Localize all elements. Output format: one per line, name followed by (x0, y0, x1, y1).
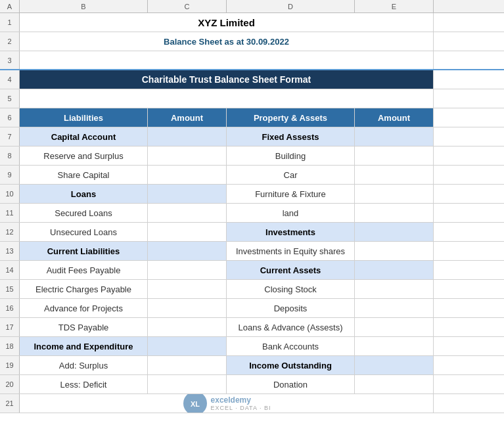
row-8: 8 Reserve and Surplus Building (0, 146, 504, 166)
row-num-11: 11 (0, 204, 20, 222)
row-9: 9 Share Capital Car (0, 166, 504, 185)
row-17: 17 TDS Payable Loans & Advance (Assests) (0, 318, 504, 337)
amount-r14-l (148, 261, 227, 279)
row-10: 10 Loans Furniture & Fixture (0, 185, 504, 204)
col-header-b: B (20, 0, 148, 12)
row-num-10: 10 (0, 185, 20, 203)
logo-name: exceldemy (211, 395, 271, 405)
row-num-19: 19 (0, 356, 20, 374)
reserve-surplus: Reserve and Surplus (20, 146, 148, 165)
furniture-fixture: Furniture & Fixture (227, 185, 355, 203)
row-num-17: 17 (0, 318, 20, 336)
row-11: 11 Secured Loans land (0, 204, 504, 223)
amount-r13-l (148, 242, 227, 260)
col-header-c: C (148, 0, 227, 12)
row-num-13: 13 (0, 242, 20, 260)
row-num-20: 20 (0, 375, 20, 393)
amount-r10-l (148, 185, 227, 203)
row-num-3: 3 (0, 51, 20, 69)
row-4: 4 Charitable Trust Balance Sheet Format (0, 70, 504, 89)
deposits: Deposits (227, 299, 355, 317)
current-liabilities: Current Liabilities (20, 242, 148, 260)
amount-r19-r (355, 356, 434, 374)
row-20: 20 Less: Deficit Donation (0, 375, 504, 394)
amount-r20-r (355, 375, 434, 393)
share-capital: Share Capital (20, 166, 148, 184)
closing-stock: Closing Stock (227, 280, 355, 298)
secured-loans: Secured Loans (20, 204, 148, 222)
electric-charges-payable: Electric Charges Payable (20, 280, 148, 298)
section-header: Charitable Trust Balance Sheet Format (20, 70, 434, 89)
spreadsheet: A B C D E 1 XYZ Limited 2 Balance Sheet … (0, 0, 504, 427)
amount-left-header: Amount (148, 108, 227, 127)
amount-r13-r (355, 242, 434, 260)
balance-sheet-subtitle: Balance Sheet as at 30.09.2022 (20, 32, 434, 51)
col-header-e: E (355, 0, 434, 12)
amount-r14-r (355, 261, 434, 279)
row-num-2: 2 (0, 32, 20, 51)
svg-text:XL: XL (191, 400, 200, 408)
row5-empty (20, 89, 434, 108)
row-num-16: 16 (0, 299, 20, 317)
amount-right-header: Amount (355, 108, 434, 127)
row-num-15: 15 (0, 280, 20, 298)
investments: Investments (227, 223, 355, 241)
liabilities-header: Liabilities (20, 108, 148, 127)
col-header-a: A (0, 0, 20, 12)
loans-advance-assets: Loans & Advance (Assests) (227, 318, 355, 336)
amount-r7-r (355, 127, 434, 146)
add-surplus: Add: Surplus (20, 356, 148, 374)
row-num-21: 21 (0, 394, 20, 413)
income-expenditure: Income and Expenditure (20, 337, 148, 355)
column-header-row: A B C D E (0, 0, 504, 13)
row-num-18: 18 (0, 337, 20, 355)
amount-r11-l (148, 204, 227, 222)
row-num-7: 7 (0, 127, 20, 146)
row-num-12: 12 (0, 223, 20, 241)
row-14: 14 Audit Fees Payable Current Assets (0, 261, 504, 280)
row-num-14: 14 (0, 261, 20, 279)
property-assets-header: Property & Assets (227, 108, 355, 127)
car: Car (227, 166, 355, 184)
current-assets: Current Assets (227, 261, 355, 279)
exceldemy-logo: XL exceldemy EXCEL · DATA · BI (182, 394, 271, 413)
row-19: 19 Add: Surplus Income Outstanding (0, 356, 504, 375)
row-6: 6 Liabilities Amount Property & Assets A… (0, 108, 504, 127)
logo-icon: XL (182, 394, 208, 413)
row-15: 15 Electric Charges Payable Closing Stoc… (0, 280, 504, 299)
amount-r15-l (148, 280, 227, 298)
row-num-6: 6 (0, 108, 20, 127)
bank-accounts: Bank Accounts (227, 337, 355, 355)
building: Building (227, 146, 355, 165)
amount-r12-l (148, 223, 227, 241)
amount-r15-r (355, 280, 434, 298)
company-title: XYZ Limited (20, 13, 434, 32)
row-num-4: 4 (0, 70, 20, 89)
amount-r9-l (148, 166, 227, 184)
amount-r11-r (355, 204, 434, 222)
amount-r17-l (148, 318, 227, 336)
less-deficit: Less: Deficit (20, 375, 148, 393)
amount-r8-l (148, 146, 227, 165)
amount-r18-r (355, 337, 434, 355)
col-header-d: D (227, 0, 355, 12)
row-12: 12 Unsecured Loans Investments (0, 223, 504, 242)
row-21: 21 XL exceldemy EXCEL · DATA · BI (0, 394, 504, 413)
row-num-5: 5 (0, 89, 20, 108)
donation: Donation (227, 375, 355, 393)
amount-r7-l (148, 127, 227, 146)
amount-r20-l (148, 375, 227, 393)
unsecured-loans: Unsecured Loans (20, 223, 148, 241)
audit-fees-payable: Audit Fees Payable (20, 261, 148, 279)
amount-r8-r (355, 146, 434, 165)
row-num-8: 8 (0, 146, 20, 165)
watermark-cell: XL exceldemy EXCEL · DATA · BI (20, 394, 434, 413)
row-16: 16 Advance for Projects Deposits (0, 299, 504, 318)
tds-payable: TDS Payable (20, 318, 148, 336)
fixed-assets: Fixed Assests (227, 127, 355, 146)
income-outstanding: Income Outstanding (227, 356, 355, 374)
capital-account: Capital Account (20, 127, 148, 146)
row-1: 1 XYZ Limited (0, 13, 504, 32)
row-2: 2 Balance Sheet as at 30.09.2022 (0, 32, 504, 51)
land: land (227, 204, 355, 222)
